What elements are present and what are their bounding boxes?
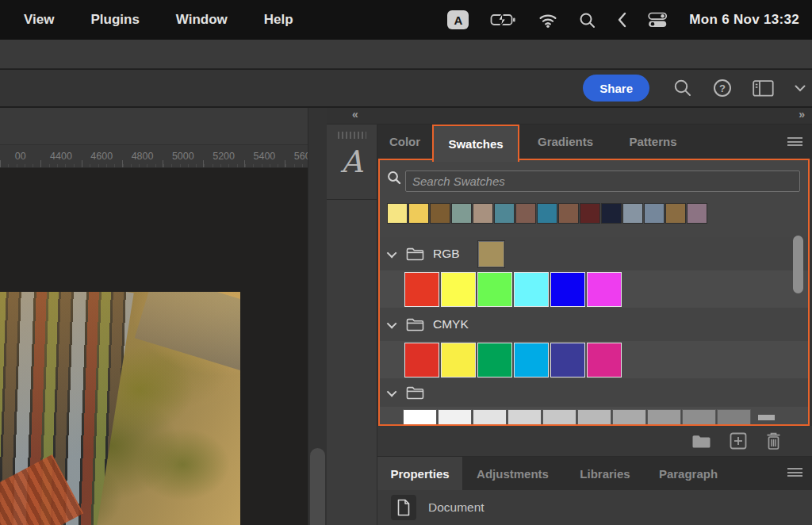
swatch[interactable]: [430, 203, 450, 224]
swatch[interactable]: [647, 409, 681, 426]
canvas-scrollbar-thumb[interactable]: [310, 448, 325, 525]
swatch[interactable]: [665, 203, 686, 224]
swatch[interactable]: [550, 343, 585, 377]
menu-items: View Plugins Window Help: [0, 12, 293, 28]
swatch[interactable]: [441, 272, 476, 307]
new-swatch-plus-icon[interactable]: [730, 432, 747, 450]
swatch[interactable]: [550, 272, 585, 307]
swatch[interactable]: [408, 203, 429, 224]
chevron-down-caret-icon[interactable]: [387, 247, 397, 258]
search-swatches-input[interactable]: [405, 171, 800, 192]
swatch[interactable]: [515, 203, 536, 224]
menu-item[interactable]: Help: [264, 12, 293, 28]
swatch[interactable]: [451, 203, 472, 224]
document-icon: [391, 495, 416, 520]
wifi-icon[interactable]: [538, 13, 557, 28]
swatch[interactable]: [404, 343, 439, 377]
swatch[interactable]: [537, 203, 557, 224]
menu-item[interactable]: Plugins: [90, 12, 139, 28]
expand-panels-icon[interactable]: »: [799, 108, 804, 121]
new-group-folder-icon[interactable]: [691, 434, 711, 449]
tab-swatches[interactable]: Swatches: [432, 125, 519, 162]
recent-swatches-row: [387, 203, 801, 225]
delete-trash-icon[interactable]: [765, 432, 782, 450]
tab-properties[interactable]: Properties: [377, 457, 462, 490]
swatch[interactable]: [404, 272, 439, 307]
folder-icon: [406, 247, 424, 261]
character-panel-icon: A: [341, 147, 362, 177]
swatch[interactable]: [577, 409, 611, 426]
swatch-groups: RGB: [380, 237, 808, 426]
horizontal-scrollbar-thumb[interactable]: [758, 415, 775, 420]
ruler-tick-label: 5400: [244, 145, 285, 167]
panel-menu-icon[interactable]: [787, 137, 802, 148]
swatch[interactable]: [477, 343, 512, 377]
tab-paragraph[interactable]: Paragraph: [647, 457, 730, 490]
swatch[interactable]: [558, 203, 579, 224]
tab-patterns[interactable]: Patterns: [611, 125, 695, 159]
swatches-panel-body: RGB: [378, 159, 810, 426]
document-tab-band: [0, 108, 308, 145]
collapse-panels-icon[interactable]: «: [352, 108, 358, 121]
swatch[interactable]: [514, 272, 549, 307]
canvas-scrollbar-track[interactable]: [308, 108, 327, 525]
swatch[interactable]: [687, 203, 707, 224]
swatch[interactable]: [612, 409, 646, 426]
menubar-clock[interactable]: Mon 6 Nov 13:32: [689, 12, 799, 28]
group-row-cmyk: [380, 341, 808, 378]
group-header-rgb[interactable]: RGB: [380, 237, 808, 270]
battery-charging-icon[interactable]: [490, 12, 517, 28]
tab-color[interactable]: Color: [377, 125, 432, 159]
swatch[interactable]: [601, 203, 622, 224]
panel-dock: « » A Color Gradients Patterns Swatches: [327, 108, 812, 525]
group-header-grays[interactable]: [380, 378, 808, 407]
swatch[interactable]: [580, 203, 600, 224]
swatch[interactable]: [514, 343, 549, 377]
swatch[interactable]: [542, 409, 576, 426]
tab-libraries[interactable]: Libraries: [563, 457, 647, 490]
swatch[interactable]: [508, 409, 542, 426]
group-header-cmyk[interactable]: CMYK: [380, 308, 808, 341]
search-icon[interactable]: [673, 79, 692, 98]
help-icon[interactable]: ?: [713, 79, 732, 98]
canvas-photo[interactable]: [0, 292, 240, 525]
chevron-down-icon[interactable]: [795, 85, 806, 92]
canvas-area[interactable]: 00 4400 4600 4800 5000 5200 5400 5600: [0, 108, 308, 525]
swatch[interactable]: [441, 343, 476, 377]
swatch[interactable]: [682, 409, 716, 426]
ruler-tick-label: 4800: [122, 145, 163, 167]
swatch[interactable]: [477, 272, 512, 307]
dragged-swatch-preview[interactable]: [478, 241, 504, 267]
swatch[interactable]: [473, 409, 507, 426]
menu-item[interactable]: Window: [176, 12, 228, 28]
swatch[interactable]: [438, 409, 472, 426]
swatch[interactable]: [587, 343, 622, 377]
swatch[interactable]: [622, 203, 643, 224]
swatches-scrollbar-thumb[interactable]: [793, 236, 803, 293]
swatch[interactable]: [403, 409, 437, 426]
swatch[interactable]: [717, 409, 751, 426]
character-panel-button[interactable]: A: [327, 125, 377, 200]
control-center-icon[interactable]: [648, 12, 668, 29]
swatch[interactable]: [473, 203, 493, 224]
swatch[interactable]: [494, 203, 515, 224]
chevron-down-caret-icon[interactable]: [387, 318, 397, 328]
tab-adjustments[interactable]: Adjustments: [462, 457, 563, 490]
tab-gradients[interactable]: Gradients: [519, 125, 611, 159]
photo-warm-overlay: [0, 292, 240, 525]
menu-item[interactable]: View: [24, 12, 54, 28]
share-button[interactable]: Share: [583, 75, 649, 102]
panel-menu-icon[interactable]: [787, 468, 802, 479]
swatch[interactable]: [587, 272, 622, 307]
ruler-tick-label: 5200: [203, 145, 243, 167]
bottom-panel-tabbar: Properties Adjustments Libraries Paragra…: [377, 457, 812, 490]
swatch[interactable]: [387, 203, 408, 224]
ruler-tick-label: 5000: [163, 145, 203, 167]
swatch[interactable]: [644, 203, 665, 224]
chevron-down-caret-icon[interactable]: [387, 386, 397, 397]
chevron-left-icon[interactable]: [617, 12, 626, 28]
folder-icon: [406, 385, 424, 400]
input-source-icon[interactable]: A: [447, 10, 469, 29]
search-icon[interactable]: [579, 12, 596, 29]
panel-layout-icon[interactable]: [753, 80, 774, 97]
